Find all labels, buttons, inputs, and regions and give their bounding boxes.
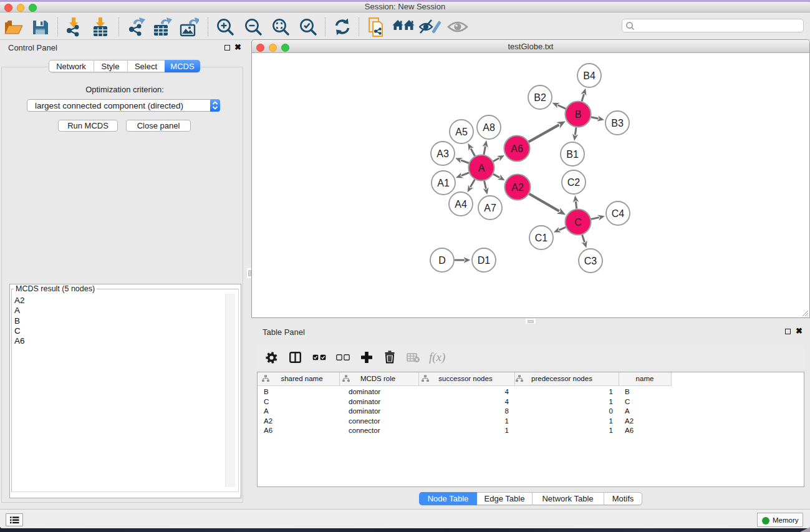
svg-text:A6: A6	[511, 143, 523, 154]
svg-text:D: D	[438, 255, 446, 266]
svg-text:A8: A8	[483, 122, 495, 133]
svg-text:C2: C2	[567, 177, 581, 188]
svg-text:B: B	[575, 109, 582, 120]
svg-text:B1: B1	[566, 149, 579, 160]
svg-text:C: C	[574, 217, 582, 228]
svg-text:A2: A2	[511, 182, 524, 193]
svg-text:A1: A1	[437, 178, 450, 188]
svg-text:C4: C4	[612, 208, 625, 219]
svg-text:A5: A5	[455, 127, 468, 137]
svg-text:A3: A3	[436, 148, 449, 159]
svg-text:A: A	[478, 163, 485, 173]
svg-text:A4: A4	[455, 199, 467, 210]
svg-text:B2: B2	[534, 92, 546, 103]
svg-text:D1: D1	[478, 255, 491, 266]
svg-text:A7: A7	[484, 203, 496, 213]
svg-text:B4: B4	[583, 70, 595, 81]
svg-text:B3: B3	[611, 118, 624, 128]
svg-text:C3: C3	[584, 256, 597, 266]
svg-text:C1: C1	[535, 233, 548, 243]
